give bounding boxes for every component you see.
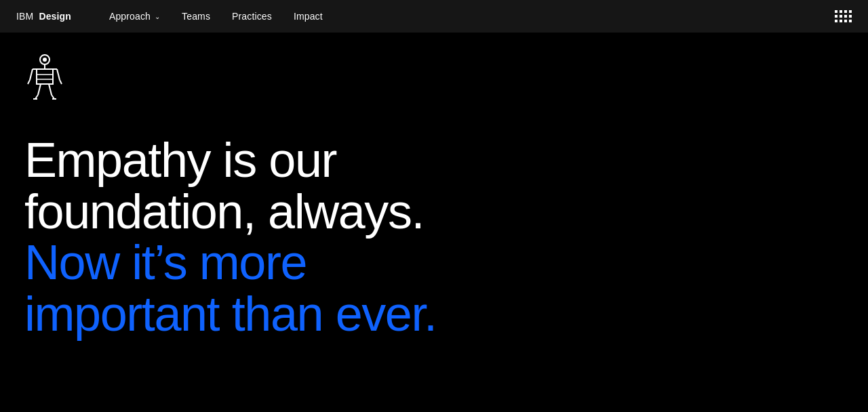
- hero-line4: important than ever.: [24, 289, 844, 340]
- ibm-design-figure-icon: [24, 54, 65, 105]
- grid-icon: [835, 10, 852, 22]
- grid-menu-button[interactable]: [835, 10, 852, 22]
- nav-item-impact: Impact: [283, 0, 334, 33]
- nav-link-impact[interactable]: Impact: [283, 0, 334, 33]
- nav-label-impact: Impact: [294, 11, 323, 22]
- svg-line-10: [57, 69, 60, 80]
- hero-text: Empathy is our foundation, always. Now i…: [24, 135, 844, 339]
- nav-item-practices: Practices: [221, 0, 283, 33]
- brand-logo[interactable]: IBM Design: [16, 11, 71, 22]
- brand-design: Design: [39, 11, 71, 22]
- nav-links: Approach ⌄ Teams Practices Impact: [98, 0, 334, 33]
- svg-line-11: [60, 80, 62, 84]
- svg-line-14: [49, 84, 52, 95]
- svg-line-8: [30, 69, 33, 80]
- hero-line1: Empathy is our: [24, 135, 844, 186]
- nav-label-teams: Teams: [182, 11, 210, 22]
- nav-link-practices[interactable]: Practices: [221, 0, 283, 33]
- brand-ibm: IBM: [16, 11, 33, 22]
- nav-link-approach[interactable]: Approach ⌄: [98, 0, 171, 33]
- svg-line-9: [28, 80, 30, 84]
- nav-label-approach: Approach: [109, 11, 151, 22]
- hero-line2: foundation, always.: [24, 186, 844, 238]
- nav-link-teams[interactable]: Teams: [171, 0, 221, 33]
- main-nav: IBM Design Approach ⌄ Teams Practices: [0, 0, 868, 33]
- svg-point-1: [43, 58, 47, 62]
- nav-item-approach: Approach ⌄: [98, 0, 171, 33]
- chevron-down-icon: ⌄: [155, 13, 160, 20]
- hero-line3: Now it’s more: [24, 237, 844, 289]
- hero-section: Empathy is our foundation, always. Now i…: [0, 33, 868, 412]
- svg-line-12: [38, 84, 41, 95]
- nav-label-practices: Practices: [232, 11, 272, 22]
- nav-item-teams: Teams: [171, 0, 221, 33]
- nav-left: IBM Design Approach ⌄ Teams Practices: [16, 0, 334, 33]
- svg-rect-5: [37, 69, 53, 84]
